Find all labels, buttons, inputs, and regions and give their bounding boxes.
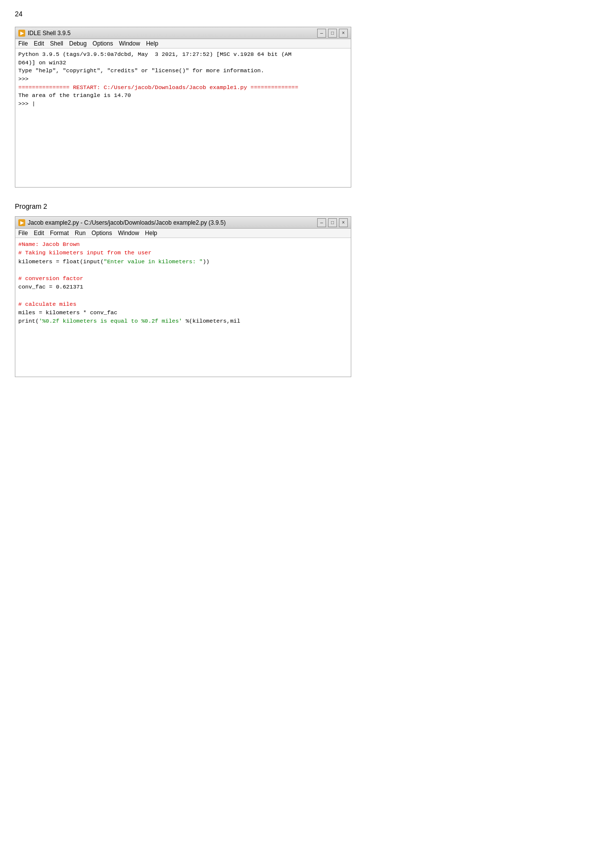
shell-line-2: D64)] on win32: [18, 59, 348, 67]
editor-window-inner: #Name: Jacob Brown # Taking kilometers i…: [15, 238, 351, 377]
shell-line-1: Python 3.9.5 (tags/v3.9.5:0a7dcbd, May 3…: [18, 50, 348, 59]
shell-menu-options[interactable]: Options: [93, 40, 113, 47]
editor-title-left: ▶ Jacob example2.py - C:/Users/jacob/Dow…: [18, 219, 226, 226]
code-line-9: miles = kilometers * conv_fac: [18, 308, 348, 317]
code-line-1: #Name: Jacob Brown: [18, 240, 348, 248]
shell-menu-edit[interactable]: Edit: [34, 40, 44, 47]
editor-title-text: Jacob example2.py - C:/Users/jacob/Downl…: [28, 219, 226, 226]
editor-icon: ▶: [18, 219, 25, 226]
editor-close-button[interactable]: ×: [339, 218, 348, 227]
editor-menu-window[interactable]: Window: [118, 230, 139, 237]
close-button[interactable]: ×: [339, 29, 348, 38]
code-line-5: # conversion factor: [18, 274, 348, 283]
shell-menu-shell[interactable]: Shell: [50, 40, 63, 47]
editor-maximize-button[interactable]: □: [328, 218, 337, 227]
program2-label: Program 2: [15, 202, 599, 210]
editor-menu-options[interactable]: Options: [92, 230, 112, 237]
code-line-8: # calculate miles: [18, 300, 348, 308]
editor-menu-help[interactable]: Help: [145, 230, 157, 237]
maximize-button[interactable]: □: [328, 29, 337, 38]
editor-window: ▶ Jacob example2.py - C:/Users/jacob/Dow…: [15, 216, 351, 377]
idle-icon: ▶: [18, 30, 25, 37]
minimize-button[interactable]: –: [317, 29, 326, 38]
shell-menu-debug[interactable]: Debug: [69, 40, 87, 47]
editor-menu-edit[interactable]: Edit: [34, 230, 44, 237]
editor-content: #Name: Jacob Brown # Taking kilometers i…: [15, 238, 351, 377]
code-line-7: [18, 291, 348, 300]
shell-menu-window[interactable]: Window: [119, 40, 140, 47]
shell-restart-line: =============== RESTART: C:/Users/jacob/…: [18, 84, 348, 92]
editor-menu-run[interactable]: Run: [75, 230, 86, 237]
editor-menu-file[interactable]: File: [18, 230, 28, 237]
shell-output-line: The area of the triangle is 14.70: [18, 92, 348, 100]
editor-menu-bar: File Edit Format Run Options Window Help: [15, 229, 351, 238]
idle-shell-window: ▶ IDLE Shell 3.9.5 – □ × File Edit Shell…: [15, 27, 351, 188]
code-line-10: print('%0.2f kilometers is equal to %0.2…: [18, 317, 348, 325]
code-line-4: [18, 266, 348, 274]
shell-title-left: ▶ IDLE Shell 3.9.5: [18, 30, 71, 37]
shell-content: Python 3.9.5 (tags/v3.9.5:0a7dcbd, May 3…: [15, 48, 351, 187]
editor-window-controls[interactable]: – □ ×: [317, 218, 348, 227]
shell-prompt-line: >>> |: [18, 100, 348, 108]
page-number: 24: [15, 10, 599, 18]
code-line-2: # Taking kilometers input from the user: [18, 248, 348, 257]
shell-menu-file[interactable]: File: [18, 40, 28, 47]
shell-window-inner: Python 3.9.5 (tags/v3.9.5:0a7dcbd, May 3…: [15, 48, 351, 187]
editor-title-bar: ▶ Jacob example2.py - C:/Users/jacob/Dow…: [15, 217, 351, 229]
shell-line-3: Type "help", "copyright", "credits" or "…: [18, 67, 348, 75]
code-line-6: conv_fac = 0.621371: [18, 283, 348, 291]
shell-menu-bar: File Edit Shell Debug Options Window Hel…: [15, 39, 351, 48]
editor-minimize-button[interactable]: –: [317, 218, 326, 227]
shell-title-text: IDLE Shell 3.9.5: [28, 30, 71, 37]
editor-menu-format[interactable]: Format: [50, 230, 69, 237]
shell-window-controls[interactable]: – □ ×: [317, 29, 348, 38]
shell-line-4: >>>: [18, 75, 348, 84]
shell-title-bar: ▶ IDLE Shell 3.9.5 – □ ×: [15, 27, 351, 39]
code-line-3: kilometers = float(input("Enter value in…: [18, 257, 348, 266]
shell-menu-help[interactable]: Help: [146, 40, 158, 47]
